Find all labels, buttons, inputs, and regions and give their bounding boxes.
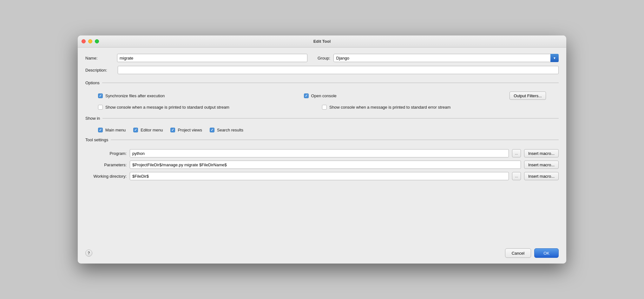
group-label: Group: — [318, 56, 330, 60]
settings-grid: Program: ... Insert macro... Parameters:… — [85, 146, 559, 183]
working-directory-browse-button[interactable]: ... — [512, 172, 521, 180]
parameters-insert-macro-button[interactable]: Insert macro... — [524, 161, 559, 169]
sync-files-label: Synchronize files after execution — [105, 93, 165, 98]
parameters-row: Parameters: Insert macro... — [85, 161, 559, 169]
help-button[interactable]: ? — [85, 250, 92, 257]
options-row-1: Synchronize files after execution Open c… — [98, 92, 546, 100]
parameters-label: Parameters: — [85, 162, 127, 167]
program-insert-macro-button[interactable]: Insert macro... — [524, 149, 559, 157]
editor-menu-checkbox[interactable] — [133, 128, 138, 132]
sync-files-item: Synchronize files after execution — [98, 93, 304, 98]
editor-menu-label: Editor menu — [141, 128, 163, 132]
main-menu-item: Main menu — [98, 128, 126, 132]
program-input[interactable] — [130, 149, 509, 157]
open-console-label: Open console — [311, 93, 337, 98]
project-views-label: Project views — [178, 128, 202, 132]
sync-files-checkbox[interactable] — [98, 93, 103, 98]
name-label: Name: — [85, 56, 114, 60]
minimize-button[interactable] — [88, 39, 92, 43]
search-results-checkbox[interactable] — [210, 128, 214, 132]
program-row: Program: ... Insert macro... — [85, 149, 559, 157]
traffic-lights — [82, 39, 99, 43]
name-input[interactable] — [117, 54, 307, 62]
show-console-stdout-label: Show console when a message is printed t… — [105, 105, 229, 110]
group-select[interactable]: Django Python Other — [333, 54, 559, 62]
titlebar: Edit Tool — [78, 35, 566, 48]
show-in-divider — [102, 118, 559, 118]
edit-tool-dialog: Edit Tool Name: Group: Django Python Oth… — [78, 35, 566, 264]
footer: ? Cancel OK — [78, 245, 566, 264]
dialog-content: Name: Group: Django Python Other Descrip… — [78, 48, 566, 245]
tool-settings-label: Tool settings — [85, 137, 108, 142]
description-label: Description: — [85, 68, 114, 73]
program-label: Program: — [85, 151, 127, 156]
options-label: Options — [85, 80, 100, 85]
ok-button[interactable]: OK — [534, 248, 559, 258]
close-button[interactable] — [82, 39, 86, 43]
options-divider — [102, 83, 559, 83]
program-browse-button[interactable]: ... — [512, 149, 521, 157]
show-in-label: Show in — [85, 116, 100, 121]
working-directory-insert-macro-button[interactable]: Insert macro... — [524, 172, 559, 180]
working-directory-input[interactable] — [130, 172, 509, 180]
maximize-button[interactable] — [95, 39, 99, 43]
output-filters-button[interactable]: Output Filters... — [509, 92, 546, 100]
description-row: Description: — [85, 66, 559, 74]
cancel-button[interactable]: Cancel — [505, 248, 531, 258]
show-console-stderr-checkbox[interactable] — [322, 105, 327, 110]
footer-buttons: Cancel OK — [505, 248, 559, 258]
show-console-stdout-checkbox[interactable] — [98, 105, 103, 110]
show-in-section-header: Show in — [85, 116, 559, 121]
options-section-header: Options — [85, 80, 559, 85]
show-console-stdout-item: Show console when a message is printed t… — [98, 105, 322, 110]
project-views-item: Project views — [170, 128, 202, 132]
editor-menu-item: Editor menu — [133, 128, 163, 132]
name-group-row: Name: Group: Django Python Other — [85, 54, 559, 62]
main-menu-label: Main menu — [105, 128, 126, 132]
show-console-stderr-item: Show console when a message is printed t… — [322, 105, 546, 110]
options-row-2: Show console when a message is printed t… — [98, 105, 546, 110]
search-results-item: Search results — [210, 128, 243, 132]
open-console-checkbox[interactable] — [304, 93, 309, 98]
group-section: Group: Django Python Other — [311, 54, 559, 62]
working-directory-label: Working directory: — [85, 174, 127, 179]
main-menu-checkbox[interactable] — [98, 128, 103, 132]
tool-settings-section-header: Tool settings — [85, 137, 559, 142]
name-section: Name: — [85, 54, 307, 62]
open-console-item: Open console — [304, 93, 510, 98]
search-results-label: Search results — [217, 128, 243, 132]
show-in-checkboxes: Main menu Editor menu Project views Sear… — [85, 128, 559, 132]
project-views-checkbox[interactable] — [170, 128, 175, 132]
working-directory-row: Working directory: ... Insert macro... — [85, 172, 559, 180]
show-console-stderr-label: Show console when a message is printed t… — [329, 105, 450, 110]
tool-settings-divider — [111, 140, 559, 140]
description-input[interactable] — [118, 66, 559, 74]
dialog-title: Edit Tool — [313, 39, 331, 44]
group-select-wrapper: Django Python Other — [333, 54, 559, 62]
options-grid: Synchronize files after execution Open c… — [85, 89, 559, 112]
parameters-input[interactable] — [130, 161, 521, 169]
